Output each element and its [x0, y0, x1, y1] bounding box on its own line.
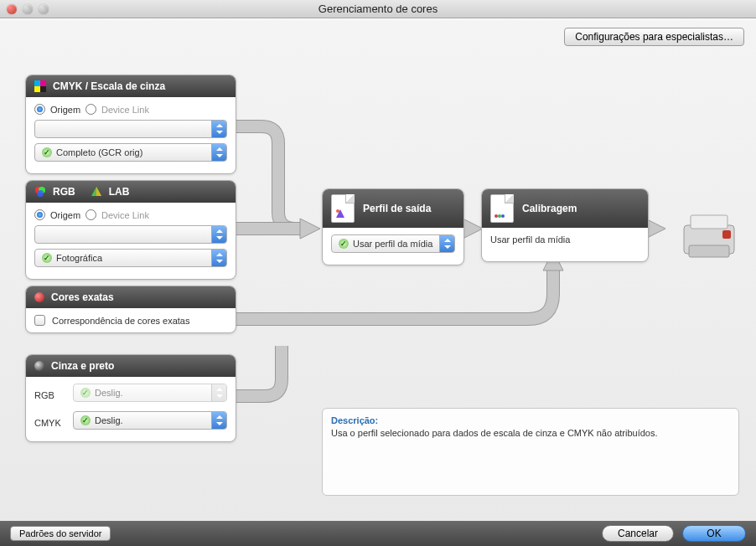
output-panel: Perfil de saída Usar perfil da mídia — [322, 188, 464, 265]
rgb-origin-radio[interactable] — [34, 209, 45, 220]
calibration-text: Usar perfil da mídia — [490, 234, 570, 245]
check-icon — [80, 415, 91, 425]
lab-title: LAB — [109, 186, 130, 198]
check-icon — [42, 253, 52, 263]
rgb-intent-combo[interactable]: Fotográfica — [34, 249, 227, 267]
svg-rect-20 — [689, 245, 729, 257]
description-heading: Descrição: — [331, 415, 730, 425]
spot-match-checkbox[interactable] — [34, 315, 45, 326]
svg-point-14 — [336, 209, 339, 213]
svg-point-17 — [501, 214, 505, 218]
svg-rect-4 — [34, 80, 40, 86]
rgb-panel: RGB LAB Origem Device Link Fotográfica — [25, 180, 236, 280]
gray-cmyk-combo[interactable]: Deslig. — [73, 411, 227, 430]
check-icon — [80, 388, 91, 398]
lab-icon — [91, 186, 102, 198]
output-panel-header: Perfil de saída — [323, 189, 463, 228]
svg-point-16 — [498, 214, 501, 218]
svg-rect-6 — [34, 86, 40, 92]
svg-point-10 — [37, 190, 44, 197]
rgb-title: RGB — [53, 186, 75, 198]
svg-marker-0 — [300, 219, 320, 239]
svg-point-15 — [495, 214, 498, 218]
svg-rect-21 — [722, 230, 731, 239]
content-area: Configurações para especialistas… CMYK /… — [0, 18, 756, 521]
svg-rect-19 — [691, 215, 728, 229]
printer-icon — [679, 209, 743, 262]
check-icon — [42, 147, 52, 157]
window-title: Gerenciamento de cores — [0, 3, 756, 15]
rgb-icon — [34, 186, 46, 198]
spot-match-label: Correspondência de cores exatas — [52, 316, 189, 326]
cancel-button[interactable]: Cancelar — [602, 525, 674, 542]
spot-icon — [34, 292, 44, 302]
output-profile-combo[interactable]: Usar perfil da mídia — [331, 234, 455, 253]
calibration-panel: Calibragem Usar perfil da mídia — [481, 188, 649, 262]
svg-rect-7 — [40, 86, 46, 92]
check-icon — [339, 239, 349, 249]
rgb-origin-label: Origem — [50, 210, 80, 220]
gray-cmyk-label: CMYK — [34, 418, 68, 428]
svg-marker-12 — [96, 187, 101, 196]
rgb-panel-header: RGB LAB — [26, 181, 236, 203]
calibration-title: Calibragem — [522, 203, 577, 214]
cmyk-devicelink-radio[interactable] — [85, 104, 96, 115]
svg-marker-2 — [463, 219, 483, 239]
titlebar: Gerenciamento de cores — [0, 0, 756, 18]
rgb-devicelink-radio[interactable] — [85, 209, 96, 220]
rgb-radio-row: Origem Device Link — [34, 209, 227, 220]
output-title: Perfil de saída — [363, 203, 431, 214]
page-icon — [331, 194, 355, 223]
gray-panel-header: Cinza e preto — [26, 355, 236, 377]
svg-rect-5 — [40, 80, 46, 86]
cmyk-radio-row: Origem Device Link — [34, 104, 227, 115]
cmyk-title: CMYK / Escala de cinza — [53, 80, 165, 92]
cmyk-intent-combo[interactable]: Completo (GCR orig) — [34, 143, 227, 162]
cmyk-icon — [34, 80, 46, 92]
gray-rgb-combo: Deslig. — [73, 384, 227, 402]
cmyk-origin-label: Origem — [50, 105, 80, 115]
spot-panel-header: Cores exatas — [26, 286, 236, 308]
calibration-panel-header: Calibragem — [482, 189, 648, 228]
cmyk-profile-combo[interactable] — [34, 120, 227, 138]
footer: Padrões do servidor Cancelar OK — [0, 521, 756, 546]
description-text: Usa o perfil selecionado para dados de e… — [331, 428, 730, 438]
expert-settings-button[interactable]: Configurações para especialistas… — [564, 28, 744, 46]
spot-title: Cores exatas — [51, 291, 114, 303]
gray-rgb-label: RGB — [34, 390, 68, 400]
rgb-devicelink-label: Device Link — [101, 210, 149, 220]
rgb-profile-combo[interactable] — [34, 225, 227, 244]
server-defaults-button[interactable]: Padrões do servidor — [10, 526, 111, 541]
cmyk-panel: CMYK / Escala de cinza Origem Device Lin… — [25, 75, 236, 174]
gray-panel: Cinza e preto RGB Deslig. CMYK Deslig. — [25, 354, 236, 442]
gray-title: Cinza e preto — [51, 360, 114, 372]
gray-icon — [34, 361, 44, 371]
cmyk-panel-header: CMYK / Escala de cinza — [26, 75, 236, 97]
page-icon — [490, 194, 514, 223]
spot-panel: Cores exatas Correspondência de cores ex… — [25, 286, 236, 333]
cmyk-origin-radio[interactable] — [34, 104, 45, 115]
ok-button[interactable]: OK — [682, 525, 746, 542]
description-box: Descrição: Usa o perfil selecionado para… — [322, 408, 739, 496]
cmyk-devicelink-label: Device Link — [101, 105, 149, 115]
